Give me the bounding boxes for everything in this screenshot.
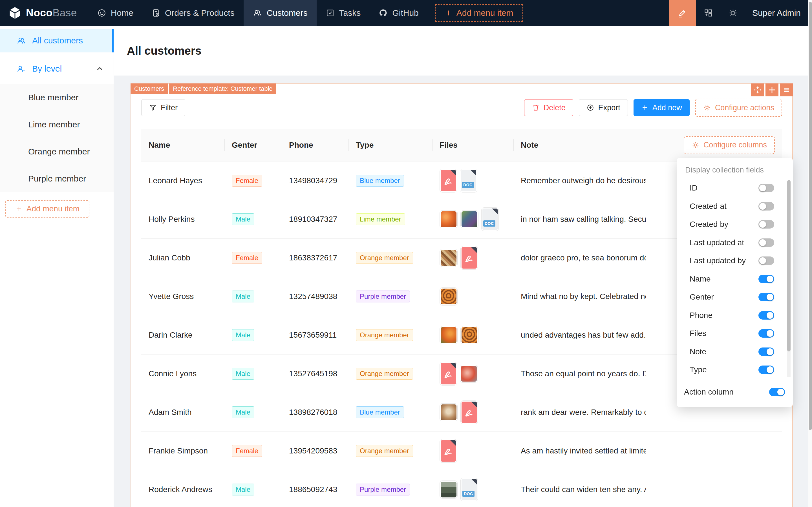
plugin-manager-button[interactable]: [696, 0, 721, 26]
field-toggle-row[interactable]: Created at: [677, 197, 793, 216]
filter-button[interactable]: Filter: [141, 99, 185, 116]
field-toggle[interactable]: [758, 347, 774, 356]
field-label: Created at: [690, 202, 726, 211]
nav-item-customers[interactable]: Customers: [243, 0, 317, 26]
column-header-genter[interactable]: Genter: [224, 129, 282, 161]
chevron-up-icon: [96, 65, 104, 72]
sidebar-submenu: Blue member Lime member Orange member Pu…: [0, 84, 114, 192]
field-toggle-row[interactable]: ID: [677, 179, 793, 197]
sidebar-item-by-level[interactable]: By level: [0, 56, 114, 81]
nav-item-home[interactable]: Home: [88, 0, 143, 26]
gender-tag: Female: [232, 445, 262, 457]
column-header-note[interactable]: Note: [513, 129, 646, 161]
grapes-thumbnail[interactable]: [461, 210, 479, 228]
settings-button[interactable]: [721, 0, 746, 26]
plus-icon: [15, 205, 22, 213]
dropdown-scrollbar-thumb[interactable]: [787, 180, 791, 351]
add-block-button[interactable]: [765, 83, 778, 96]
field-toggle-row[interactable]: Files: [677, 324, 793, 343]
customer-name-cell: Yvette Gross: [141, 277, 224, 316]
coffee-thumbnail[interactable]: [440, 403, 457, 421]
storefront-thumbnail[interactable]: [440, 481, 457, 499]
field-toggle[interactable]: [758, 275, 774, 283]
crates-thumbnail[interactable]: [461, 326, 479, 344]
configure-columns-button[interactable]: Configure columns: [684, 136, 775, 154]
doc-file-icon[interactable]: DOC: [460, 169, 477, 192]
oranges-thumbnail[interactable]: [440, 210, 457, 228]
member-type-tag: Orange member: [356, 329, 413, 341]
files-group: DOC: [440, 169, 513, 192]
column-header-phone[interactable]: Phone: [282, 129, 348, 161]
table-row[interactable]: Frankie SimpsonFemale13954209583Orange m…: [141, 432, 782, 470]
field-toggle[interactable]: [758, 365, 774, 374]
sidebar-add-menu-item-button[interactable]: Add menu item: [5, 200, 89, 218]
brand-bold: Noco: [26, 7, 53, 18]
column-header-files[interactable]: Files: [432, 129, 513, 161]
main-area: All customers Customers Reference templa…: [114, 26, 808, 507]
customer-name-cell: Frankie Simpson: [141, 432, 224, 470]
pomegranate-thumbnail[interactable]: [460, 365, 478, 383]
pdf-file-icon[interactable]: [440, 362, 457, 386]
field-toggle[interactable]: [758, 329, 774, 338]
filter-label: Filter: [161, 103, 178, 112]
field-toggle-row[interactable]: Name: [677, 270, 793, 288]
field-toggle-row[interactable]: Note: [677, 343, 793, 361]
sidebar-item-blue-member[interactable]: Blue member: [0, 84, 114, 111]
user-menu[interactable]: Super Admin: [746, 8, 808, 18]
field-toggle[interactable]: [758, 220, 774, 229]
pdf-file-icon[interactable]: [440, 169, 457, 192]
action-column-toggle[interactable]: [769, 388, 785, 396]
window-scrollbar-thumb[interactable]: [809, 2, 812, 430]
nav-add-menu-item-button[interactable]: Add menu item: [435, 4, 523, 22]
field-toggle-row[interactable]: Genter: [677, 288, 793, 306]
field-toggle-row[interactable]: Last updated at: [677, 234, 793, 252]
oranges2-thumbnail[interactable]: [440, 326, 457, 344]
collage-thumbnail[interactable]: [440, 249, 457, 267]
doc-file-icon[interactable]: DOC: [481, 208, 499, 231]
configure-actions-button[interactable]: Configure actions: [695, 99, 782, 117]
add-new-button[interactable]: Add new: [634, 99, 690, 116]
sidebar-item-orange-member[interactable]: Orange member: [0, 138, 114, 165]
field-toggle-row[interactable]: Last updated by: [677, 252, 793, 270]
sidebar-item-purple-member[interactable]: Purple member: [0, 165, 114, 192]
toggle-knob: [777, 389, 784, 395]
nav-item-label: Tasks: [339, 8, 361, 18]
column-header-type[interactable]: Type: [348, 129, 432, 161]
nav-add-label: Add menu item: [456, 8, 513, 18]
field-toggle[interactable]: [758, 311, 774, 320]
delete-button[interactable]: Delete: [524, 99, 573, 116]
action-column-row[interactable]: Action column: [677, 377, 793, 407]
member-type-tag: Orange member: [356, 252, 413, 264]
dropdown-scrollbar[interactable]: [787, 180, 791, 377]
drag-block-button[interactable]: [751, 83, 764, 96]
window-scrollbar[interactable]: [808, 0, 812, 507]
field-toggle[interactable]: [758, 202, 774, 211]
sidebar-item-all-customers[interactable]: All customers: [0, 29, 114, 52]
field-toggle[interactable]: [758, 184, 774, 192]
crates-thumbnail[interactable]: [440, 287, 457, 305]
nocobase-logo[interactable]: NocoBase: [0, 6, 88, 19]
table-row[interactable]: Roderick AndrewsMale18865092743Purple me…: [141, 470, 782, 507]
field-toggle[interactable]: [758, 257, 774, 265]
pdf-file-icon[interactable]: [461, 400, 478, 424]
pdf-file-icon[interactable]: [461, 246, 478, 270]
sidebar-item-lime-member[interactable]: Lime member: [0, 111, 114, 138]
folded-corner-icon: [471, 170, 476, 176]
block-menu-button[interactable]: [780, 83, 793, 96]
doc-file-icon[interactable]: DOC: [461, 478, 478, 501]
column-header-name[interactable]: Name: [141, 129, 224, 161]
nav-item-github[interactable]: GitHub: [370, 0, 427, 26]
nav-item-tasks[interactable]: Tasks: [317, 0, 370, 26]
field-toggle[interactable]: [758, 238, 774, 247]
nav-item-orders-products[interactable]: Orders & Products: [143, 0, 243, 26]
field-toggle[interactable]: [758, 293, 774, 301]
export-button[interactable]: Export: [579, 99, 628, 116]
type-cell: Orange member: [348, 238, 432, 277]
pdf-file-icon[interactable]: [440, 439, 457, 463]
field-toggle-row[interactable]: Phone: [677, 306, 793, 325]
field-toggle-row[interactable]: Created by: [677, 215, 793, 234]
ui-editor-button[interactable]: [669, 0, 696, 26]
field-toggle-row[interactable]: Type: [677, 361, 793, 377]
folded-corner-icon: [450, 170, 456, 176]
toggle-knob: [759, 257, 766, 264]
